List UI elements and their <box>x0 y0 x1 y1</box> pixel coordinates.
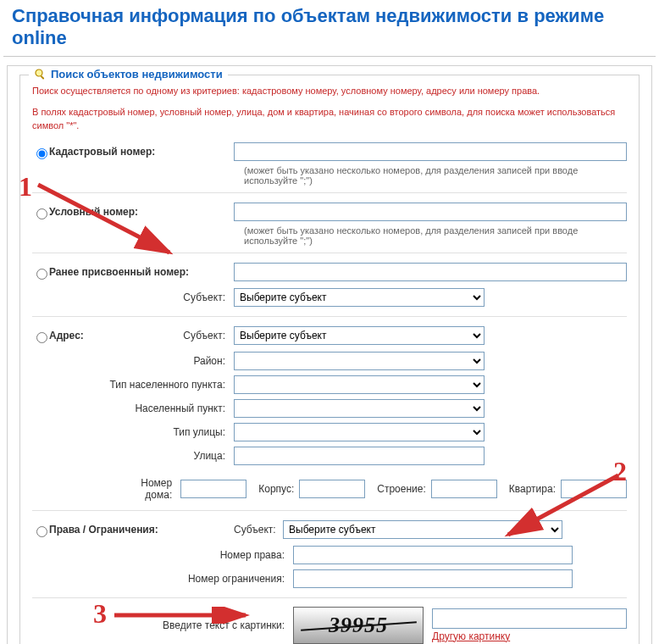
row-house: Номер дома: Корпус: Строение: Квартира: <box>32 475 627 503</box>
row-settlement-type: Тип населенного пункта: <box>32 373 627 397</box>
row-district: Район: <box>32 349 627 373</box>
divider <box>32 510 627 511</box>
radio-address[interactable] <box>36 332 47 343</box>
row-street-type: Тип улицы: <box>32 420 627 444</box>
row-settlement: Населенный пункт: <box>32 397 627 420</box>
page-title: Справочная информация по объектам недвиж… <box>12 5 656 49</box>
label-address: Адрес: <box>49 330 159 341</box>
row-cadastral: Кадастровый номер: <box>32 140 627 164</box>
title-underline <box>3 56 656 57</box>
row-right-no: Номер права: <box>32 543 627 567</box>
label-restrict-no: Номер ограничения: <box>166 573 293 585</box>
label-flat: Квартира: <box>509 483 556 495</box>
input-prev[interactable] <box>234 263 627 281</box>
svg-point-0 <box>36 69 42 76</box>
label-building: Строение: <box>377 483 426 495</box>
search-icon <box>34 67 47 80</box>
select-rights-subject[interactable]: Выберите субъект <box>283 520 562 539</box>
label-conditional: Условный номер: <box>49 206 234 218</box>
label-right-no: Номер права: <box>200 549 293 561</box>
label-district: Район: <box>159 355 234 367</box>
input-right-no[interactable] <box>293 546 573 564</box>
label-settlement: Населенный пункт: <box>119 402 234 414</box>
row-street: Улица: <box>32 444 627 468</box>
label-prev-subject: Субъект: <box>49 291 234 303</box>
input-building[interactable] <box>431 480 497 498</box>
input-flat[interactable] <box>561 480 627 498</box>
svg-rect-1 <box>41 75 45 80</box>
note-cadastral: (может быть указано несколько номеров, д… <box>244 165 627 186</box>
row-rights: Права / Ограничения: Субъект: Выберите с… <box>32 518 627 541</box>
row-restrict-no: Номер ограничения: <box>32 567 627 591</box>
radio-rights[interactable] <box>36 526 47 537</box>
select-street-type[interactable] <box>234 423 485 441</box>
fieldset-legend: Поиск объектов недвижимости <box>29 67 228 80</box>
captcha-label: Введите текст с картинки: <box>32 619 293 631</box>
label-prev: Ранее присвоенный номер: <box>49 266 234 278</box>
row-prev-subject: Субъект: Выберите субъект <box>32 286 627 309</box>
radio-prev[interactable] <box>36 269 47 280</box>
select-settlement-type[interactable] <box>234 375 485 394</box>
captcha-row: Введите текст с картинки: 39955 Другую к… <box>32 607 627 644</box>
divider <box>32 192 627 193</box>
label-house: Номер дома: <box>112 477 180 501</box>
divider <box>32 316 627 317</box>
label-korpus: Корпус: <box>258 483 294 495</box>
label-street-type: Тип улицы: <box>159 426 234 438</box>
input-korpus[interactable] <box>299 480 365 498</box>
legend-text: Поиск объектов недвижимости <box>51 68 223 80</box>
note-conditional: (может быть указано несколько номеров, д… <box>244 225 627 246</box>
hint-line-1: Поиск осуществляется по одному из критер… <box>32 84 627 98</box>
input-cadastral[interactable] <box>234 142 627 161</box>
hint-line-2: В полях кадастровый номер, условный номе… <box>32 105 627 133</box>
input-street[interactable] <box>234 447 485 465</box>
search-fieldset: Поиск объектов недвижимости Поиск осущес… <box>19 75 640 644</box>
radio-cadastral[interactable] <box>36 148 47 159</box>
main-panel: Поиск объектов недвижимости Поиск осущес… <box>7 65 652 644</box>
page: Справочная информация по объектам недвиж… <box>0 5 659 644</box>
row-prev: Ранее присвоенный номер: <box>32 260 627 284</box>
label-addr-subject: Субъект: <box>159 330 234 341</box>
select-addr-subject[interactable]: Выберите субъект <box>234 326 485 345</box>
row-address: Адрес: Субъект: Выберите субъект <box>32 324 627 347</box>
divider <box>32 597 627 598</box>
input-conditional[interactable] <box>234 203 627 221</box>
captcha-image: 39955 <box>293 607 424 644</box>
input-captcha[interactable] <box>432 608 627 629</box>
divider <box>32 253 627 253</box>
label-street: Улица: <box>159 450 234 462</box>
label-settlement-type: Тип населенного пункта: <box>93 379 234 391</box>
select-prev-subject[interactable]: Выберите субъект <box>234 288 485 307</box>
input-restrict-no[interactable] <box>293 569 573 588</box>
label-rights-subject: Субъект: <box>234 524 283 536</box>
input-house[interactable] <box>180 480 246 498</box>
radio-conditional[interactable] <box>36 208 47 219</box>
captcha-refresh-link[interactable]: Другую картинку <box>432 630 627 642</box>
row-conditional: Условный номер: <box>32 200 627 224</box>
label-rights: Права / Ограничения: <box>49 524 234 536</box>
select-settlement[interactable] <box>234 399 485 418</box>
select-district[interactable] <box>234 352 485 370</box>
label-cadastral: Кадастровый номер: <box>49 146 234 158</box>
